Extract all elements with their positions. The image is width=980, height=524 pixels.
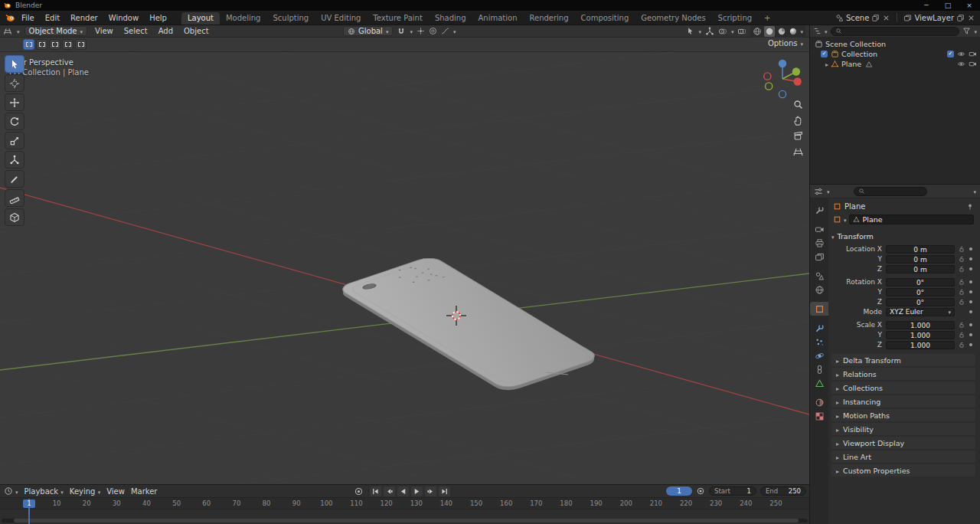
jump-to-start-button[interactable] [370, 486, 381, 496]
viewport-canvas-area[interactable]: User Perspective (1) Collection | Plane [0, 52, 809, 484]
scale-x-field[interactable]: 1.000 [886, 321, 955, 329]
tab-render[interactable] [810, 222, 828, 236]
menu-playback[interactable]: Playback [21, 487, 67, 496]
lock-icon[interactable] [958, 278, 965, 286]
outliner-row-collection[interactable]: ✓ Collection ✓ [810, 49, 980, 59]
lock-icon[interactable] [958, 288, 965, 296]
transform-panel-header[interactable]: Transform [831, 231, 975, 241]
editor-type-icon[interactable] [3, 27, 12, 36]
tab-material[interactable] [810, 395, 828, 409]
outliner-row-scene-collection[interactable]: Scene Collection [810, 39, 980, 49]
tab-tool[interactable] [810, 203, 828, 217]
animate-dot[interactable] [969, 323, 972, 326]
render-visibility-camera-icon[interactable] [969, 60, 977, 68]
expand-chevron-icon[interactable] [825, 60, 828, 68]
select-mode-intersect-button[interactable] [75, 39, 87, 50]
workspace-tab-sculpting[interactable]: Sculpting [266, 12, 315, 25]
menu-keying[interactable]: Keying [67, 487, 103, 496]
menu-select[interactable]: Select [121, 27, 151, 35]
close-button[interactable]: × [959, 2, 980, 9]
rotation-y-field[interactable]: 0° [886, 288, 955, 296]
timeline-ruler[interactable]: 1020 3040 5060 7080 90100 110120 130140 … [0, 498, 809, 509]
transform-orientation-dropdown[interactable]: Global [343, 26, 393, 36]
editor-type-chevron-icon[interactable] [825, 27, 828, 35]
menu-window[interactable]: Window [103, 14, 144, 22]
show-gizmo-icon[interactable] [705, 27, 714, 36]
location-y-field[interactable]: 0 m [886, 255, 955, 264]
outliner-editor-icon[interactable] [813, 27, 822, 35]
timeline-editor-icon[interactable] [4, 486, 13, 496]
properties-options-chevron-icon[interactable] [973, 187, 976, 195]
falloff-curve-icon[interactable] [441, 27, 449, 35]
location-x-field[interactable]: 0 m [886, 245, 955, 254]
show-overlays-icon[interactable] [718, 27, 727, 36]
new-scene-icon[interactable] [871, 14, 880, 22]
section-delta-transform[interactable]: Delta Transform [831, 354, 975, 366]
outliner-search-input[interactable] [831, 27, 960, 36]
scene-selector[interactable]: Scene [835, 14, 891, 22]
play-button[interactable] [411, 486, 423, 496]
workspace-tab-layout[interactable]: Layout [181, 12, 220, 25]
gizmo-z-axis[interactable] [779, 60, 786, 67]
timeline-track-area[interactable] [0, 509, 809, 524]
annotate-tool[interactable] [5, 170, 24, 188]
render-visibility-camera-icon[interactable] [969, 50, 977, 58]
rotation-z-field[interactable]: 0° [886, 298, 955, 306]
outliner-row-plane[interactable]: Plane [810, 59, 980, 69]
animate-dot[interactable] [969, 247, 972, 251]
add-workspace-button[interactable]: + [758, 12, 776, 25]
menu-file[interactable]: File [16, 14, 40, 22]
editor-type-chevron-icon[interactable] [15, 487, 18, 496]
menu-add[interactable]: Add [155, 27, 176, 35]
animate-dot[interactable] [969, 290, 972, 293]
workspace-tab-geometry-nodes[interactable]: Geometry Nodes [635, 12, 711, 25]
remove-viewlayer-icon[interactable] [967, 14, 975, 22]
animate-dot[interactable] [969, 310, 972, 313]
camera-view-icon[interactable] [792, 130, 804, 142]
section-line-art[interactable]: Line Art [831, 450, 975, 463]
gizmo-z-neg-axis[interactable] [779, 90, 786, 97]
next-keyframe-button[interactable] [425, 486, 436, 496]
blender-logo-icon[interactable] [5, 13, 16, 22]
section-motion-paths[interactable]: Motion Paths [831, 409, 975, 421]
gizmo-y-axis[interactable] [792, 67, 800, 75]
scale-z-field[interactable]: 1.000 [886, 341, 955, 349]
lock-icon[interactable] [958, 331, 965, 339]
lock-icon[interactable] [958, 341, 965, 349]
animate-dot[interactable] [969, 300, 972, 303]
solid-shading-active[interactable] [764, 26, 775, 37]
menu-render[interactable]: Render [65, 14, 103, 22]
section-collections[interactable]: Collections [831, 382, 975, 394]
tab-view-layer[interactable] [810, 250, 828, 264]
workspace-tab-compositing[interactable]: Compositing [575, 12, 635, 25]
mode-dropdown[interactable]: Object Mode [24, 26, 88, 36]
rendered-shading-icon[interactable] [789, 27, 798, 36]
unlink-scene-icon[interactable] [882, 14, 890, 22]
animate-dot[interactable] [969, 267, 972, 270]
add-cube-tool[interactable] [5, 208, 24, 226]
gizmo-y-neg-axis[interactable] [766, 83, 773, 90]
scale-y-field[interactable]: 1.000 [886, 331, 955, 339]
tab-output[interactable] [810, 236, 828, 250]
browse-chevron-icon[interactable] [844, 215, 847, 224]
filter-chevron-icon[interactable] [974, 27, 977, 35]
shading-chevron-icon[interactable] [800, 27, 803, 35]
select-box-tool[interactable] [5, 55, 24, 73]
frame-end-field[interactable]: End250 [760, 486, 806, 496]
section-visibility[interactable]: Visibility [831, 423, 975, 435]
animate-dot[interactable] [969, 257, 972, 260]
section-instancing[interactable]: Instancing [831, 395, 975, 408]
minimize-button[interactable]: ─ [916, 2, 937, 9]
viewlayer-selector[interactable]: ViewLayer [903, 14, 975, 22]
select-mode-invert-button[interactable] [62, 39, 74, 50]
current-frame-field[interactable]: 1 [666, 486, 692, 496]
hide-eye-icon[interactable] [957, 50, 965, 58]
animate-dot[interactable] [969, 280, 972, 283]
xray-toggle-icon[interactable] [737, 27, 746, 36]
snap-magnet-icon[interactable] [397, 27, 406, 36]
proportional-editing-icon[interactable] [429, 27, 437, 35]
jump-to-end-button[interactable] [439, 486, 450, 496]
transform-tool[interactable] [5, 151, 24, 169]
gizmo-x-neg-axis[interactable] [764, 73, 771, 80]
move-tool[interactable] [5, 93, 24, 111]
